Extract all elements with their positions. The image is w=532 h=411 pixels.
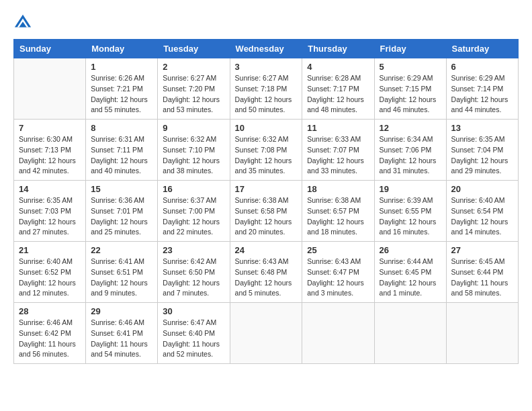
- day-info: Sunrise: 6:40 AMSunset: 6:54 PMDaylight:…: [451, 195, 513, 238]
- weekday-header-row: SundayMondayTuesdayWednesdayThursdayFrid…: [14, 40, 519, 58]
- day-cell: 1Sunrise: 6:26 AMSunset: 7:21 PMDaylight…: [86, 58, 158, 120]
- day-info: Sunrise: 6:37 AMSunset: 7:00 PMDaylight:…: [163, 195, 224, 238]
- day-info: Sunrise: 6:30 AMSunset: 7:13 PMDaylight:…: [19, 134, 81, 177]
- weekday-header-tuesday: Tuesday: [158, 40, 230, 58]
- day-cell: 2Sunrise: 6:27 AMSunset: 7:20 PMDaylight…: [158, 58, 230, 120]
- day-cell: 7Sunrise: 6:30 AMSunset: 7:13 PMDaylight…: [14, 120, 86, 181]
- day-number: 3: [235, 62, 298, 72]
- day-cell: [446, 303, 518, 364]
- day-number: 30: [163, 306, 224, 316]
- day-info: Sunrise: 6:43 AMSunset: 6:48 PMDaylight:…: [235, 257, 298, 299]
- day-cell: 14Sunrise: 6:35 AMSunset: 7:03 PMDayligh…: [14, 181, 86, 242]
- day-number: 23: [163, 245, 224, 255]
- day-info: Sunrise: 6:32 AMSunset: 7:08 PMDaylight:…: [235, 134, 298, 177]
- day-info: Sunrise: 6:44 AMSunset: 6:45 PMDaylight:…: [380, 257, 441, 299]
- day-info: Sunrise: 6:46 AMSunset: 6:42 PMDaylight:…: [19, 318, 81, 360]
- day-info: Sunrise: 6:38 AMSunset: 6:58 PMDaylight:…: [235, 195, 298, 238]
- day-number: 4: [307, 62, 369, 72]
- day-info: Sunrise: 6:42 AMSunset: 6:50 PMDaylight:…: [163, 257, 224, 299]
- day-cell: 10Sunrise: 6:32 AMSunset: 7:08 PMDayligh…: [230, 120, 302, 181]
- day-info: Sunrise: 6:41 AMSunset: 6:51 PMDaylight:…: [91, 257, 152, 299]
- day-info: Sunrise: 6:28 AMSunset: 7:17 PMDaylight:…: [307, 73, 369, 116]
- day-info: Sunrise: 6:27 AMSunset: 7:20 PMDaylight:…: [163, 73, 224, 116]
- day-info: Sunrise: 6:35 AMSunset: 7:04 PMDaylight:…: [451, 134, 513, 177]
- day-cell: 24Sunrise: 6:43 AMSunset: 6:48 PMDayligh…: [230, 242, 302, 303]
- day-cell: 29Sunrise: 6:46 AMSunset: 6:41 PMDayligh…: [86, 303, 158, 364]
- week-row-2: 7Sunrise: 6:30 AMSunset: 7:13 PMDaylight…: [14, 120, 519, 181]
- day-number: 22: [91, 245, 152, 255]
- day-cell: 23Sunrise: 6:42 AMSunset: 6:50 PMDayligh…: [158, 242, 230, 303]
- day-number: 29: [91, 306, 152, 316]
- day-info: Sunrise: 6:40 AMSunset: 6:52 PMDaylight:…: [19, 257, 81, 299]
- day-info: Sunrise: 6:32 AMSunset: 7:10 PMDaylight:…: [163, 134, 224, 177]
- day-cell: 25Sunrise: 6:43 AMSunset: 6:47 PMDayligh…: [302, 242, 374, 303]
- day-number: 26: [380, 245, 441, 255]
- day-cell: 26Sunrise: 6:44 AMSunset: 6:45 PMDayligh…: [374, 242, 446, 303]
- day-number: 5: [380, 62, 441, 72]
- day-number: 1: [91, 62, 152, 72]
- day-cell: 30Sunrise: 6:47 AMSunset: 6:40 PMDayligh…: [158, 303, 230, 364]
- day-info: Sunrise: 6:29 AMSunset: 7:15 PMDaylight:…: [380, 73, 441, 116]
- day-cell: [374, 303, 446, 364]
- week-row-1: 1Sunrise: 6:26 AMSunset: 7:21 PMDaylight…: [14, 58, 519, 120]
- weekday-header-monday: Monday: [86, 40, 158, 58]
- day-cell: 12Sunrise: 6:34 AMSunset: 7:06 PMDayligh…: [374, 120, 446, 181]
- day-cell: 16Sunrise: 6:37 AMSunset: 7:00 PMDayligh…: [158, 181, 230, 242]
- day-number: 7: [19, 123, 81, 133]
- weekday-header-friday: Friday: [374, 40, 446, 58]
- day-info: Sunrise: 6:46 AMSunset: 6:41 PMDaylight:…: [91, 318, 152, 360]
- day-cell: 5Sunrise: 6:29 AMSunset: 7:15 PMDaylight…: [374, 58, 446, 120]
- day-number: 12: [380, 123, 441, 133]
- day-info: Sunrise: 6:39 AMSunset: 6:55 PMDaylight:…: [380, 195, 441, 238]
- weekday-header-thursday: Thursday: [302, 40, 374, 58]
- day-cell: 28Sunrise: 6:46 AMSunset: 6:42 PMDayligh…: [14, 303, 86, 364]
- day-info: Sunrise: 6:45 AMSunset: 6:44 PMDaylight:…: [451, 257, 513, 299]
- day-cell: 19Sunrise: 6:39 AMSunset: 6:55 PMDayligh…: [374, 181, 446, 242]
- day-cell: 6Sunrise: 6:29 AMSunset: 7:14 PMDaylight…: [446, 58, 518, 120]
- day-number: 13: [451, 123, 513, 133]
- day-cell: 22Sunrise: 6:41 AMSunset: 6:51 PMDayligh…: [86, 242, 158, 303]
- day-number: 11: [307, 123, 369, 133]
- weekday-header-sunday: Sunday: [14, 40, 86, 58]
- day-number: 28: [19, 306, 81, 316]
- day-number: 6: [451, 62, 513, 72]
- logo: [13, 13, 35, 32]
- day-info: Sunrise: 6:38 AMSunset: 6:57 PMDaylight:…: [307, 195, 369, 238]
- logo-icon: [13, 13, 32, 32]
- day-number: 24: [235, 245, 298, 255]
- day-number: 2: [163, 62, 224, 72]
- day-cell: 15Sunrise: 6:36 AMSunset: 7:01 PMDayligh…: [86, 181, 158, 242]
- week-row-5: 28Sunrise: 6:46 AMSunset: 6:42 PMDayligh…: [14, 303, 519, 364]
- day-number: 21: [19, 245, 81, 255]
- day-cell: [230, 303, 302, 364]
- day-cell: 18Sunrise: 6:38 AMSunset: 6:57 PMDayligh…: [302, 181, 374, 242]
- day-info: Sunrise: 6:31 AMSunset: 7:11 PMDaylight:…: [91, 134, 152, 177]
- day-number: 18: [307, 184, 369, 194]
- day-cell: 4Sunrise: 6:28 AMSunset: 7:17 PMDaylight…: [302, 58, 374, 120]
- day-cell: 21Sunrise: 6:40 AMSunset: 6:52 PMDayligh…: [14, 242, 86, 303]
- day-info: Sunrise: 6:29 AMSunset: 7:14 PMDaylight:…: [451, 73, 513, 116]
- day-number: 8: [91, 123, 152, 133]
- day-number: 27: [451, 245, 513, 255]
- day-cell: 3Sunrise: 6:27 AMSunset: 7:18 PMDaylight…: [230, 58, 302, 120]
- day-cell: 20Sunrise: 6:40 AMSunset: 6:54 PMDayligh…: [446, 181, 518, 242]
- day-number: 19: [380, 184, 441, 194]
- day-number: 14: [19, 184, 81, 194]
- day-cell: 8Sunrise: 6:31 AMSunset: 7:11 PMDaylight…: [86, 120, 158, 181]
- day-cell: 9Sunrise: 6:32 AMSunset: 7:10 PMDaylight…: [158, 120, 230, 181]
- day-number: 16: [163, 184, 224, 194]
- day-cell: 11Sunrise: 6:33 AMSunset: 7:07 PMDayligh…: [302, 120, 374, 181]
- day-number: 20: [451, 184, 513, 194]
- day-info: Sunrise: 6:26 AMSunset: 7:21 PMDaylight:…: [91, 73, 152, 116]
- weekday-header-saturday: Saturday: [446, 40, 518, 58]
- day-info: Sunrise: 6:36 AMSunset: 7:01 PMDaylight:…: [91, 195, 152, 238]
- day-info: Sunrise: 6:47 AMSunset: 6:40 PMDaylight:…: [163, 318, 224, 360]
- weekday-header-wednesday: Wednesday: [230, 40, 302, 58]
- day-cell: 17Sunrise: 6:38 AMSunset: 6:58 PMDayligh…: [230, 181, 302, 242]
- day-number: 9: [163, 123, 224, 133]
- week-row-4: 21Sunrise: 6:40 AMSunset: 6:52 PMDayligh…: [14, 242, 519, 303]
- day-number: 25: [307, 245, 369, 255]
- day-number: 15: [91, 184, 152, 194]
- page-header: [13, 13, 519, 32]
- day-info: Sunrise: 6:27 AMSunset: 7:18 PMDaylight:…: [235, 73, 298, 116]
